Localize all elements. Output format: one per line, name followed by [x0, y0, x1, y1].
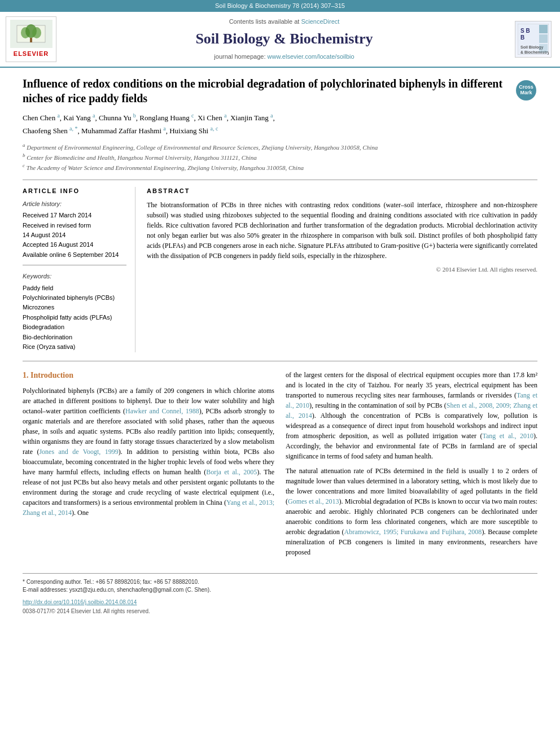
doi-link[interactable]: http://dx.doi.org/10.1016/j.soilbio.2014…: [23, 599, 137, 605]
ref-jones[interactable]: Jones and de Voogt, 1999: [39, 448, 118, 456]
sciencedirect-link[interactable]: ScienceDirect: [301, 18, 339, 25]
affiliations: a Department of Environmental Engineerin…: [23, 142, 537, 172]
homepage-url[interactable]: www.elsevier.com/locate/soilbio: [268, 53, 355, 60]
keyword-4: Biodegradation: [23, 323, 126, 331]
keyword-5: Bio-dechlorination: [23, 333, 126, 342]
affiliation-b: b Center for Biomedicine and Health, Han…: [23, 152, 537, 162]
received-date: Received 17 March 2014: [23, 211, 126, 220]
divider-2: [23, 361, 537, 361]
svg-rect-10: [539, 25, 548, 33]
svg-rect-12: [539, 44, 548, 53]
svg-text:Cross: Cross: [519, 84, 533, 90]
revised-date: 14 August 2014: [23, 231, 126, 239]
divider-1: [23, 180, 537, 180]
intro-right-col: of the largest centers for the disposal …: [286, 370, 537, 562]
keyword-1: Polychlorinated biphenyls (PCBs): [23, 294, 126, 302]
available-date: Available online 6 September 2014: [23, 251, 126, 259]
elsevier-logo-image: [10, 20, 53, 48]
crossmark-logo: Cross Mark: [515, 79, 537, 102]
svg-point-3: [32, 27, 41, 38]
ref-tang2[interactable]: Tang et al., 2010: [482, 432, 533, 440]
content-area: Influence of redox conditions on the mic…: [0, 68, 560, 624]
svg-text:S B: S B: [520, 28, 530, 34]
ref-shen[interactable]: Shen et al., 2008, 2009; Zhang et al., 2…: [286, 401, 537, 420]
elsevier-logo: ELSEVIER: [6, 16, 56, 62]
keyword-0: Paddy field: [23, 284, 126, 292]
abstract-text: The biotransformation of PCBs in three n…: [147, 200, 537, 261]
journal-homepage: journal homepage: www.elsevier.com/locat…: [62, 53, 506, 61]
contents-line: Contents lists available at ScienceDirec…: [62, 18, 506, 26]
affiliation-c: c The Academy of Water Science and Envir…: [23, 162, 537, 172]
abstract-heading: ABSTRACT: [147, 187, 537, 195]
issn-line: 0038-0717/© 2014 Elsevier Ltd. All right…: [23, 608, 537, 615]
intro-left-col: 1. Introduction Polychlorinated biphenyl…: [23, 370, 274, 562]
keyword-6: Rice (Oryza sativa): [23, 343, 126, 351]
ref-borja[interactable]: Borja et al., 2005: [206, 468, 257, 476]
copyright-notice: © 2014 Elsevier Ltd. All rights reserved…: [147, 265, 537, 274]
received-revised-label: Received in revised form: [23, 221, 126, 230]
main-content: 1. Introduction Polychlorinated biphenyl…: [23, 370, 537, 562]
history-label: Article history:: [23, 200, 126, 208]
journal-logo-image: S B B Soil Biology & Biochemistry: [515, 21, 552, 58]
section1-heading: 1. Introduction: [23, 370, 274, 381]
article-title: Influence of redox conditions on the mic…: [23, 76, 509, 106]
article-info-heading: ARTICLE INFO: [23, 187, 126, 195]
journal-name: Soil Biology & Biochemistry: [62, 29, 506, 49]
ref-yang[interactable]: Yang et al., 2013; Zhang et al., 2014: [23, 499, 274, 517]
svg-rect-4: [30, 38, 32, 42]
journal-header: ELSEVIER Contents lists available at Sci…: [0, 12, 560, 67]
info-abstract-section: ARTICLE INFO Article history: Received 1…: [23, 187, 537, 353]
svg-rect-11: [539, 34, 548, 43]
article-info-col: ARTICLE INFO Article history: Received 1…: [23, 187, 135, 353]
keyword-2: Microzones: [23, 303, 126, 312]
ref-abramowicz[interactable]: Abramowicz, 1995; Furukawa and Fujihara,…: [344, 528, 482, 536]
intro-para-3: The natural attenuation rate of PCBs det…: [286, 466, 537, 557]
svg-text:Mark: Mark: [520, 90, 532, 95]
top-bar: Soil Biology & Biochemistry 78 (2014) 30…: [0, 0, 560, 12]
elsevier-brand: ELSEVIER: [14, 50, 49, 58]
intro-para-1: Polychlorinated biphenyls (PCBs) are a f…: [23, 386, 274, 518]
abstract-col: ABSTRACT The biotransformation of PCBs i…: [147, 187, 537, 353]
journal-logo-right: S B B Soil Biology & Biochemistry: [512, 16, 554, 62]
affiliation-a: a Department of Environmental Engineerin…: [23, 142, 537, 152]
corresponding-author: * Corresponding author. Tel.: +86 57 889…: [23, 578, 537, 586]
accepted-date: Accepted 16 August 2014: [23, 241, 126, 249]
article-title-section: Influence of redox conditions on the mic…: [23, 76, 537, 106]
divider-keywords: [23, 265, 126, 265]
ref-hawker[interactable]: Hawker and Connel, 1988: [125, 407, 199, 415]
intro-para-2: of the largest centers for the disposal …: [286, 370, 537, 461]
keyword-3: Phospholipid fatty acids (PLFAs): [23, 313, 126, 322]
footnote-area: * Corresponding author. Tel.: +86 57 889…: [23, 573, 537, 615]
ref-gomes[interactable]: Gomes et al., 2013: [288, 497, 339, 505]
keywords-label: Keywords:: [23, 272, 126, 281]
journal-issue-info: Soil Biology & Biochemistry 78 (2014) 30…: [215, 2, 345, 9]
journal-title-area: Contents lists available at ScienceDirec…: [62, 16, 506, 62]
email-address: E-mail addresses: ysxzt@zju.edu.cn, shen…: [23, 586, 537, 594]
authors: Chen Chen a, Kai Yang a, Chunna Yu b, Ro…: [23, 111, 537, 137]
svg-text:B: B: [520, 34, 524, 41]
